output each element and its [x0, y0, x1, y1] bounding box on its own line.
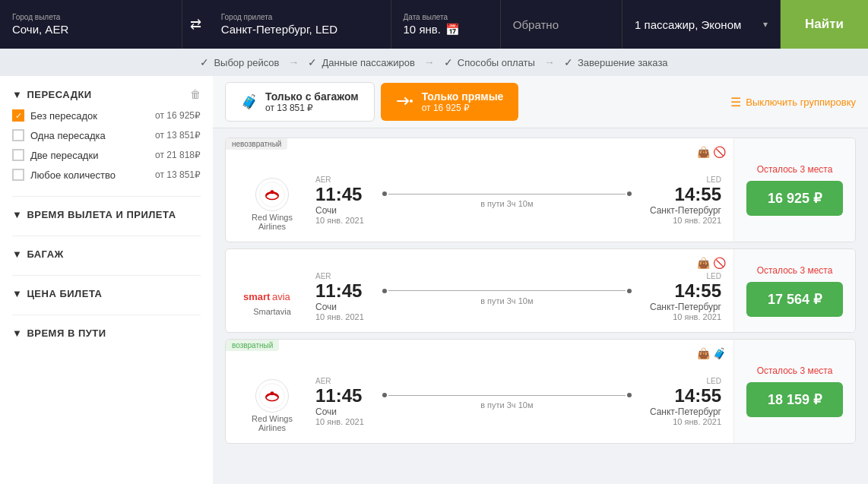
- step-complete: ✓ Завершение заказа: [564, 56, 668, 68]
- checkbox-no-stops[interactable]: ✓: [12, 109, 24, 122]
- svg-point-1: [260, 182, 285, 207]
- dep-city-0: Сочи: [315, 205, 364, 216]
- select-flight-btn-2[interactable]: 18 159 ₽: [746, 382, 843, 417]
- checked-bag-icon-2: 🧳: [713, 347, 726, 359]
- step-complete-label: Завершение заказа: [578, 57, 668, 68]
- arr-date-0: 10 янв. 2021: [650, 216, 721, 225]
- flight-card-2: возвратный Red Wings Airlines: [225, 339, 856, 444]
- direct-tab-icon: [396, 94, 414, 110]
- search-button[interactable]: Найти: [781, 0, 868, 49]
- trash-icon[interactable]: 🗑: [190, 88, 201, 100]
- tab-baggage[interactable]: 🧳 Только с багажом от 13 851 ₽: [225, 82, 375, 122]
- arrival-label: Город прилета: [221, 13, 379, 21]
- arr-city-2: Санкт-Петербург: [650, 406, 721, 417]
- price-section-header[interactable]: ▼ ЦЕНА БИЛЕТА: [12, 288, 201, 299]
- dep-time-2: 11:45: [315, 385, 364, 406]
- airline-name-1: Smartavia: [253, 307, 291, 316]
- arr-endpoint-0: LED 14:55 Санкт-Петербург 10 янв. 2021: [650, 176, 721, 225]
- filter-any-stops-price: от 13 851₽: [155, 169, 201, 180]
- date-label: Дата вылета: [404, 13, 488, 21]
- time-title: ▼ ВРЕМЯ ВЫЛЕТА И ПРИЛЕТА: [12, 209, 176, 220]
- stops-title: ▼ ПЕРЕСАДКИ: [12, 89, 92, 100]
- filter-any-stops-label: Любое количество: [30, 169, 116, 181]
- flight-tag-2: возвратный: [226, 340, 279, 351]
- tab-direct[interactable]: Только прямые от 16 925 ₽: [381, 83, 519, 121]
- return-field[interactable]: Обратно: [501, 0, 622, 49]
- group-toggle[interactable]: ☰ Выключить группировку: [730, 95, 856, 109]
- airline-name-2: Red Wings Airlines: [238, 414, 306, 432]
- arrival-value: Санкт-Петербург, LED: [221, 23, 379, 36]
- step-payment-label: Способы оплаты: [458, 57, 535, 68]
- flight-card-price-0: Осталось 3 места 16 925 ₽: [733, 138, 855, 242]
- arr-time-0: 14:55: [650, 184, 721, 205]
- airline-logo-1: smart avia: [242, 287, 303, 305]
- dep-city-2: Сочи: [315, 406, 364, 417]
- step-check-icon-3: ✓: [444, 56, 453, 68]
- arrow-icon-price: ▼: [12, 288, 22, 299]
- arr-date-1: 10 янв. 2021: [650, 312, 721, 321]
- swap-button[interactable]: ⇄: [182, 0, 209, 49]
- baggage-section: ▼ БАГАЖ: [12, 248, 201, 260]
- select-flight-btn-0[interactable]: 16 925 ₽: [746, 181, 843, 216]
- filter-any-stops: Любое количество от 13 851₽: [12, 169, 201, 181]
- svg-point-3: [271, 190, 274, 194]
- checkbox-any-stops[interactable]: [12, 169, 24, 181]
- tab-direct-price: от 16 925 ₽: [422, 103, 504, 113]
- select-flight-btn-1[interactable]: 17 564 ₽: [746, 282, 843, 317]
- step-passengers-label: Данные пассажиров: [322, 57, 414, 68]
- step-check-icon-4: ✓: [564, 56, 573, 68]
- filter-no-stops-label: Без пересадок: [30, 110, 97, 122]
- step-arrow-3: →: [544, 56, 555, 68]
- step-payment: ✓ Способы оплаты: [444, 56, 535, 68]
- checkbox-two-stops[interactable]: [12, 149, 24, 161]
- step-check-icon-2: ✓: [308, 56, 317, 68]
- airline-logo-2: [255, 379, 289, 413]
- arr-code-1: LED: [650, 272, 721, 280]
- route-1: в пути 3ч 10м: [370, 289, 644, 305]
- svg-text:smart: smart: [243, 291, 271, 302]
- carry-on-icon-1: 👜: [697, 257, 710, 269]
- arr-endpoint-1: LED 14:55 Санкт-Петербург 10 янв. 2021: [650, 272, 721, 321]
- flight-card-0: невозвратный Red Wings Airlines: [225, 138, 856, 242]
- steps-bar: ✓ Выбор рейсов → ✓ Данные пассажиров → ✓…: [0, 49, 868, 76]
- arr-time-1: 14:55: [650, 280, 721, 302]
- dep-endpoint-2: AER 11:45 Сочи 10 янв. 2021: [315, 377, 364, 426]
- filter-two-stops-label: Две пересадки: [30, 150, 98, 161]
- arr-code-0: LED: [650, 176, 721, 184]
- stops-section-header[interactable]: ▼ ПЕРЕСАДКИ 🗑: [12, 88, 201, 100]
- departure-field[interactable]: Город вылета Сочи, AER: [0, 0, 182, 49]
- dep-date-0: 10 янв. 2021: [315, 216, 364, 225]
- baggage-icons-2: 👜 🧳: [697, 347, 726, 359]
- baggage-title: ▼ БАГАЖ: [12, 248, 64, 260]
- airline-col-1: smart avia Smartavia: [238, 287, 306, 316]
- filter-one-stop: Одна пересадка от 13 851₽: [12, 129, 201, 141]
- svg-point-6: [260, 384, 285, 409]
- flight-card-price-2: Осталось 3 места 18 159 ₽: [733, 340, 855, 443]
- duration-section-header[interactable]: ▼ ВРЕМЯ В ПУТИ: [12, 327, 201, 339]
- step-flights: ✓ Выбор рейсов: [200, 56, 279, 68]
- arrival-field[interactable]: Город прилета Санкт-Петербург, LED: [209, 0, 391, 49]
- flight-card-1: smart avia Smartavia AER 11:45 Сочи 10 я…: [225, 248, 856, 333]
- step-arrow-1: →: [288, 56, 299, 68]
- passengers-field[interactable]: 1 пассажир, Эконом ▾: [622, 0, 781, 49]
- date-field[interactable]: Дата вылета 10 янв. 📅: [391, 0, 501, 49]
- flight-tag-0: невозвратный: [226, 138, 287, 150]
- price-title: ▼ ЦЕНА БИЛЕТА: [12, 288, 102, 299]
- arr-city-0: Санкт-Петербург: [650, 205, 721, 216]
- checkbox-one-stop[interactable]: [12, 129, 24, 141]
- tab-baggage-title: Только с багажом: [265, 90, 359, 103]
- dep-time-1: 11:45: [315, 280, 364, 302]
- route-duration-1: в пути 3ч 10м: [480, 296, 533, 305]
- main-content: ▼ ПЕРЕСАДКИ 🗑 ✓ Без пересадок от 16 925₽…: [0, 76, 868, 484]
- passengers-value: 1 пассажир, Эконом: [635, 18, 741, 31]
- time-section-header[interactable]: ▼ ВРЕМЯ ВЫЛЕТА И ПРИЛЕТА: [12, 209, 201, 220]
- arr-time-2: 14:55: [650, 385, 721, 406]
- airline-col-2: Red Wings Airlines: [238, 379, 306, 432]
- baggage-icons-0: 👜 🚫: [697, 146, 726, 158]
- baggage-tab-icon: 🧳: [241, 93, 258, 110]
- arr-endpoint-2: LED 14:55 Санкт-Петербург 10 янв. 2021: [650, 377, 721, 426]
- baggage-section-header[interactable]: ▼ БАГАЖ: [12, 248, 201, 260]
- duration-section: ▼ ВРЕМЯ В ПУТИ: [12, 327, 201, 339]
- arrow-icon-time: ▼: [12, 209, 22, 220]
- departure-label: Город вылета: [12, 13, 169, 21]
